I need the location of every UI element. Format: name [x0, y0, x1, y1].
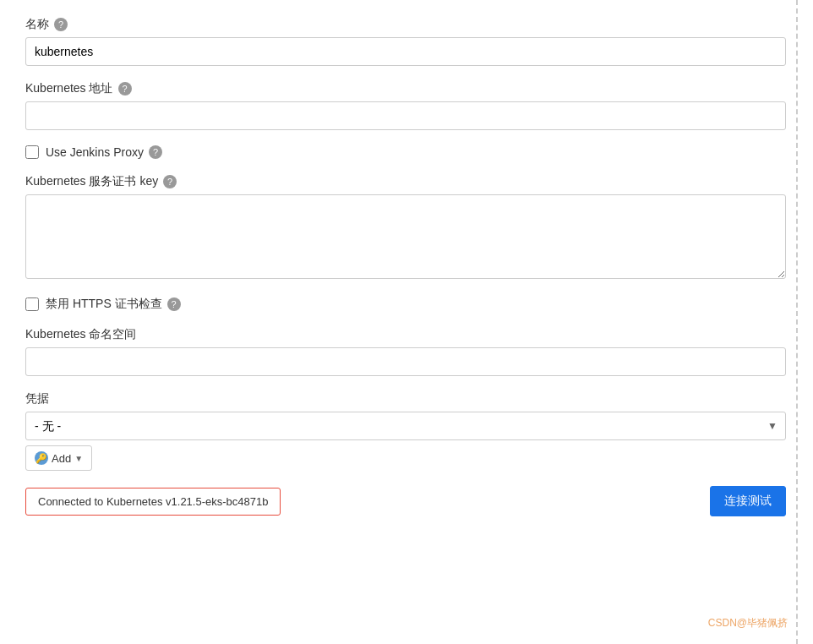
cert-key-label-text: Kubernetes 服务证书 key — [25, 174, 158, 189]
name-label-text: 名称 — [25, 17, 49, 32]
cert-key-label: Kubernetes 服务证书 key ? — [25, 174, 786, 189]
credentials-label-text: 凭据 — [25, 391, 49, 407]
cert-key-textarea[interactable] — [25, 194, 786, 279]
name-help-icon[interactable]: ? — [54, 18, 68, 31]
namespace-label-text: Kubernetes 命名空间 — [25, 327, 137, 342]
add-button-label: Add — [52, 452, 71, 465]
add-button[interactable]: 🔑 Add ▼ — [25, 445, 92, 471]
k8s-address-field-group: Kubernetes 地址 ? — [25, 81, 786, 130]
namespace-label: Kubernetes 命名空间 — [25, 327, 786, 342]
name-label: 名称 ? — [25, 17, 786, 32]
cert-key-help-icon[interactable]: ? — [163, 175, 177, 188]
namespace-input[interactable] — [25, 347, 786, 376]
namespace-field-group: Kubernetes 命名空间 — [25, 327, 786, 376]
k8s-address-label-text: Kubernetes 地址 — [25, 81, 113, 96]
disable-https-row: 禁用 HTTPS 证书检查 ? — [25, 297, 786, 312]
status-message-text: Connected to Kubernetes v1.21.5-eks-bc48… — [38, 495, 268, 508]
credentials-label: 凭据 — [25, 391, 786, 407]
credentials-select[interactable]: - 无 - — [25, 412, 786, 440]
disable-https-checkbox[interactable] — [25, 297, 39, 311]
disable-https-label: 禁用 HTTPS 证书检查 ? — [46, 297, 181, 312]
watermark: CSDN@毕猪佩挤 — [708, 616, 788, 630]
add-key-icon: 🔑 — [35, 451, 48, 465]
use-jenkins-proxy-row: Use Jenkins Proxy ? — [25, 145, 786, 159]
credentials-field-group: 凭据 - 无 - ▼ 🔑 Add ▼ — [25, 391, 786, 471]
k8s-address-label: Kubernetes 地址 ? — [25, 81, 786, 96]
use-jenkins-proxy-label-text: Use Jenkins Proxy — [46, 145, 144, 159]
k8s-address-help-icon[interactable]: ? — [118, 82, 132, 96]
add-button-chevron-icon: ▼ — [74, 454, 83, 463]
status-row: Connected to Kubernetes v1.21.5-eks-bc48… — [25, 486, 786, 516]
use-jenkins-proxy-checkbox[interactable] — [25, 145, 39, 159]
name-input[interactable] — [25, 37, 786, 66]
k8s-address-input[interactable] — [25, 101, 786, 130]
disable-https-label-text: 禁用 HTTPS 证书检查 — [46, 297, 162, 312]
cert-key-field-group: Kubernetes 服务证书 key ? — [25, 174, 786, 281]
disable-https-help-icon[interactable]: ? — [167, 297, 181, 311]
credentials-select-wrapper: - 无 - ▼ — [25, 412, 786, 440]
connection-status-box: Connected to Kubernetes v1.21.5-eks-bc48… — [25, 488, 281, 516]
name-field-group: 名称 ? — [25, 17, 786, 66]
connect-test-button[interactable]: 连接测试 — [710, 486, 786, 516]
use-jenkins-proxy-help-icon[interactable]: ? — [149, 145, 162, 159]
use-jenkins-proxy-label: Use Jenkins Proxy ? — [46, 145, 162, 159]
